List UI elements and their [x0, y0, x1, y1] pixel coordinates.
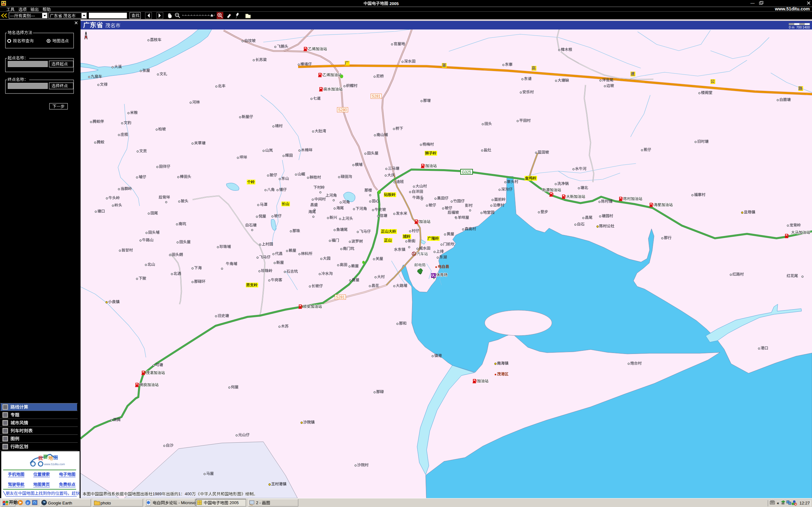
- svg-text:S281: S281: [336, 295, 345, 299]
- svg-text:Google Earth: Google Earth: [48, 501, 72, 505]
- svg-text:2 -: 2 -: [256, 500, 262, 505]
- svg-text:700: 700: [796, 25, 802, 29]
- svg-text:www.51ditu.com: www.51ditu.com: [774, 6, 810, 11]
- svg-text:S280: S280: [338, 108, 347, 112]
- svg-text:2005: 2005: [229, 500, 239, 505]
- svg-text:www.51ditu.com: www.51ditu.com: [44, 463, 65, 466]
- svg-text:1400: 1400: [803, 25, 810, 29]
- svg-text:photo: photo: [101, 501, 111, 505]
- svg-text:12:27: 12:27: [799, 501, 810, 505]
- svg-text:---: ---: [31, 13, 35, 18]
- svg-text:0 m: 0 m: [789, 25, 795, 29]
- svg-text:«: «: [777, 501, 779, 505]
- svg-text:2005: 2005: [390, 1, 399, 6]
- svg-text:---: ---: [10, 13, 14, 18]
- svg-text:S281: S281: [372, 94, 380, 99]
- svg-text:1: 1: [178, 492, 181, 496]
- svg-text:e: e: [27, 501, 29, 505]
- svg-text:400: 400: [185, 492, 192, 496]
- svg-text:- Microso: - Microso: [177, 500, 195, 505]
- svg-text:1989: 1989: [153, 492, 162, 496]
- svg-text:G325: G325: [462, 170, 471, 174]
- svg-text:—: —: [751, 1, 755, 5]
